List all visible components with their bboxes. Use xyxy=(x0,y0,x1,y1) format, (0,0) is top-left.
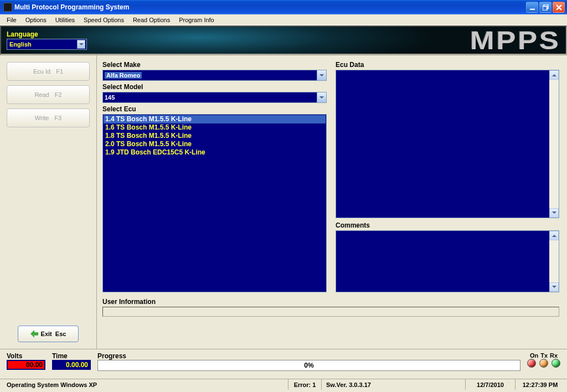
write-button[interactable]: WriteF3 xyxy=(7,109,90,127)
language-label: Language xyxy=(7,30,87,38)
led-rx xyxy=(551,359,560,368)
exit-button[interactable]: Exit Esc xyxy=(18,326,79,342)
scrollbar[interactable] xyxy=(549,231,559,292)
ecu-listbox[interactable]: 1.4 TS Bosch M1.5.5 K-Line 1.6 TS Bosch … xyxy=(102,114,327,292)
language-select[interactable]: English xyxy=(7,39,87,50)
status-error: Error: 1 xyxy=(288,379,321,390)
model-select[interactable]: 145 xyxy=(102,92,327,103)
minimize-button[interactable] xyxy=(526,2,538,13)
led-tx xyxy=(539,359,548,368)
statusbar: Operating System Windows XP Error: 1 Sw.… xyxy=(0,379,567,390)
list-item[interactable]: 1.6 TS Bosch M1.5.5 K-Line xyxy=(104,123,326,132)
scroll-down-icon[interactable] xyxy=(549,208,559,218)
menu-file[interactable]: File xyxy=(2,16,21,24)
status-clock: 12:27:39 PM xyxy=(515,379,565,390)
user-info-label: User Information xyxy=(102,298,559,306)
chevron-down-icon xyxy=(317,92,326,102)
read-button[interactable]: ReadF2 xyxy=(7,85,90,104)
svg-rect-0 xyxy=(530,8,535,9)
menu-read-options[interactable]: Read Options xyxy=(128,16,174,24)
app-icon xyxy=(3,3,12,12)
window-titlebar: Multi Protocol Programming System xyxy=(0,0,567,14)
select-ecu-label: Select Ecu xyxy=(102,105,327,113)
menubar: File Options Utilities Speed Options Rea… xyxy=(0,14,567,25)
progress-bar: 0% xyxy=(97,360,520,371)
menu-speed-options[interactable]: Speed Options xyxy=(79,16,128,24)
chevron-down-icon xyxy=(77,40,85,49)
menu-options[interactable]: Options xyxy=(21,16,51,24)
chevron-down-icon xyxy=(317,70,326,80)
volts-label: Volts xyxy=(7,352,45,360)
time-value: 0.00.00 xyxy=(52,360,91,370)
list-item[interactable]: 1.9 JTD Bosch EDC15C5 K-Line xyxy=(104,148,326,157)
status-os: Operating System Windows XP xyxy=(2,379,288,390)
status-version: Sw.Ver. 3.0.3.17 xyxy=(321,379,465,390)
ecu-id-button[interactable]: Ecu IdF1 xyxy=(7,62,90,81)
volts-value: 00.00 xyxy=(7,360,45,370)
led-on xyxy=(527,359,536,368)
language-value: English xyxy=(9,41,32,48)
scroll-down-icon[interactable] xyxy=(549,282,559,292)
list-item[interactable]: 2.0 TS Bosch M1.5.5 K-Line xyxy=(104,140,326,148)
led-tx-label: Tx xyxy=(540,352,548,359)
time-label: Time xyxy=(52,352,91,360)
list-item[interactable]: 1.8 TS Bosch M1.5.5 K-Line xyxy=(104,132,326,140)
brand-logo: MPPS xyxy=(470,25,560,55)
user-info-box xyxy=(102,307,559,317)
scrollbar[interactable] xyxy=(549,70,559,218)
sidebar: Ecu IdF1 ReadF2 WriteF3 Exit Esc xyxy=(0,55,97,349)
status-strip: Volts 00.00 Time 0.00.00 Progress 0% On … xyxy=(0,349,567,379)
list-item[interactable]: 1.4 TS Bosch M1.5.5 K-Line xyxy=(104,115,326,123)
menu-utilities[interactable]: Utilities xyxy=(51,16,79,24)
led-rx-label: Rx xyxy=(550,352,558,359)
led-on-label: On xyxy=(530,352,538,359)
window-title: Multi Protocol Programming System xyxy=(14,3,129,11)
scroll-up-icon[interactable] xyxy=(549,70,559,80)
restore-button[interactable] xyxy=(539,2,551,13)
close-button[interactable] xyxy=(553,2,565,13)
ecu-data-box xyxy=(336,70,559,218)
make-select[interactable]: Alfa Romeo xyxy=(102,70,327,81)
menu-program-info[interactable]: Program Info xyxy=(174,16,219,24)
comments-label: Comments xyxy=(336,221,559,229)
comments-box xyxy=(336,230,559,292)
svg-rect-2 xyxy=(543,6,547,11)
ecu-data-label: Ecu Data xyxy=(336,61,559,69)
select-make-label: Select Make xyxy=(102,61,327,69)
model-value: 145 xyxy=(105,94,115,101)
select-model-label: Select Model xyxy=(102,83,327,91)
status-date: 12/7/2010 xyxy=(465,379,515,390)
header-banner: Language English MPPS xyxy=(0,25,567,55)
scroll-up-icon[interactable] xyxy=(549,231,559,240)
progress-label: Progress xyxy=(97,352,520,360)
exit-icon xyxy=(30,330,38,338)
make-value: Alfa Romeo xyxy=(105,72,142,79)
progress-value: 0% xyxy=(304,362,313,369)
